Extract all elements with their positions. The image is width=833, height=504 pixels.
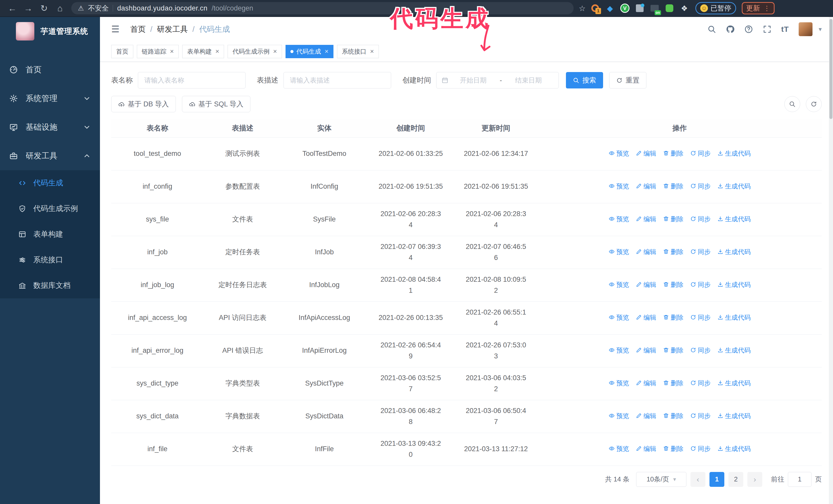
sidebar-item-系统管理[interactable]: 系统管理 [0, 84, 100, 113]
github-icon[interactable] [726, 25, 735, 33]
start-date-placeholder[interactable]: 开始日期 [448, 76, 498, 85]
page-size-select[interactable]: 10条/页 ▾ [636, 472, 686, 487]
sidebar-item-代码生成[interactable]: 代码生成 [0, 170, 100, 196]
action-编辑[interactable]: 编辑 [636, 247, 657, 257]
search-icon[interactable] [708, 25, 716, 33]
scrollbar-thumb[interactable] [829, 19, 832, 119]
update-button[interactable]: 更新 ⋮ [742, 2, 775, 14]
action-预览[interactable]: 预览 [609, 247, 629, 257]
table-desc-input[interactable] [284, 72, 391, 89]
action-生成代码[interactable]: 生成代码 [717, 345, 751, 355]
action-预览[interactable]: 预览 [609, 443, 629, 454]
extension-puzzle-icon[interactable]: ❖ [680, 3, 689, 13]
extension-grid-icon[interactable] [635, 3, 645, 13]
action-生成代码[interactable]: 生成代码 [717, 378, 751, 388]
sidebar-item-基础设施[interactable]: 基础设施 [0, 113, 100, 142]
action-同步[interactable]: 同步 [690, 345, 711, 355]
action-删除[interactable]: 删除 [663, 247, 684, 257]
action-同步[interactable]: 同步 [690, 411, 711, 421]
reset-button[interactable]: 重置 [609, 72, 646, 89]
action-编辑[interactable]: 编辑 [636, 443, 657, 454]
fullscreen-icon[interactable] [763, 25, 771, 33]
action-编辑[interactable]: 编辑 [636, 345, 657, 355]
action-生成代码[interactable]: 生成代码 [717, 411, 751, 421]
tab-代码生成示例[interactable]: 代码生成示例× [228, 45, 282, 58]
tab-链路追踪[interactable]: 链路追踪× [137, 45, 178, 58]
action-预览[interactable]: 预览 [609, 181, 629, 191]
toggle-search-button[interactable] [784, 96, 800, 112]
page-1[interactable]: 1 [710, 472, 724, 487]
page-2[interactable]: 2 [729, 472, 743, 487]
end-date-placeholder[interactable]: 结束日期 [503, 76, 553, 85]
close-icon[interactable]: × [273, 47, 277, 55]
action-编辑[interactable]: 编辑 [636, 312, 657, 322]
action-删除[interactable]: 删除 [663, 148, 684, 159]
kebab-menu-icon[interactable]: ⋮ [764, 4, 770, 12]
prev-page-button[interactable]: ‹ [690, 472, 705, 487]
action-生成代码[interactable]: 生成代码 [717, 181, 751, 191]
action-编辑[interactable]: 编辑 [636, 181, 657, 191]
action-预览[interactable]: 预览 [609, 345, 629, 355]
goto-page-input[interactable] [788, 472, 811, 487]
tab-代码生成[interactable]: 代码生成× [286, 45, 333, 58]
sidebar-item-表单构建[interactable]: 表单构建 [0, 221, 100, 247]
sidebar-fold-icon[interactable]: ☰ [111, 24, 119, 34]
tab-系统接口[interactable]: 系统接口× [337, 45, 379, 58]
caret-down-icon[interactable]: ▾ [819, 26, 822, 33]
logo[interactable]: 芋道管理系统 [0, 17, 100, 46]
extension-green-v-icon[interactable]: V [620, 3, 630, 13]
action-编辑[interactable]: 编辑 [636, 378, 657, 388]
close-icon[interactable]: × [370, 47, 374, 55]
action-生成代码[interactable]: 生成代码 [717, 148, 751, 159]
import-sql-button[interactable]: 基于 SQL 导入 [182, 96, 251, 112]
breadcrumb-item[interactable]: 研发工具 [157, 24, 188, 34]
sidebar-item-数据库文档[interactable]: 数据库文档 [0, 273, 100, 298]
action-编辑[interactable]: 编辑 [636, 280, 657, 290]
browser-home-icon[interactable]: ⌂ [53, 2, 67, 15]
paused-button[interactable]: ☺ 已暂停 [695, 2, 736, 14]
browser-back-icon[interactable]: ← [6, 2, 19, 15]
action-生成代码[interactable]: 生成代码 [717, 312, 751, 322]
action-删除[interactable]: 删除 [663, 443, 684, 454]
search-button[interactable]: 搜索 [566, 72, 603, 89]
action-删除[interactable]: 删除 [663, 378, 684, 388]
scrollbar[interactable] [829, 17, 833, 504]
action-预览[interactable]: 预览 [609, 280, 629, 290]
action-删除[interactable]: 删除 [663, 181, 684, 191]
action-同步[interactable]: 同步 [690, 443, 711, 454]
action-同步[interactable]: 同步 [690, 378, 711, 388]
action-同步[interactable]: 同步 [690, 181, 711, 191]
action-删除[interactable]: 删除 [663, 411, 684, 421]
extension-gem-icon[interactable]: ◆ [605, 3, 615, 13]
browser-forward-icon[interactable]: → [22, 2, 35, 15]
action-删除[interactable]: 删除 [663, 312, 684, 322]
action-同步[interactable]: 同步 [690, 148, 711, 159]
action-预览[interactable]: 预览 [609, 312, 629, 322]
extension-android-icon[interactable] [665, 3, 674, 13]
action-同步[interactable]: 同步 [690, 214, 711, 224]
tab-首页[interactable]: 首页 [111, 45, 133, 58]
action-预览[interactable]: 预览 [609, 411, 629, 421]
action-编辑[interactable]: 编辑 [636, 148, 657, 159]
action-生成代码[interactable]: 生成代码 [717, 214, 751, 224]
action-生成代码[interactable]: 生成代码 [717, 247, 751, 257]
action-预览[interactable]: 预览 [609, 148, 629, 159]
extension-orange-ring-icon[interactable]: 1 [590, 3, 600, 13]
close-icon[interactable]: × [325, 47, 329, 55]
tab-表单构建[interactable]: 表单构建× [182, 45, 224, 58]
action-删除[interactable]: 删除 [663, 345, 684, 355]
action-生成代码[interactable]: 生成代码 [717, 280, 751, 290]
next-page-button[interactable]: › [747, 472, 762, 487]
sidebar-item-系统接口[interactable]: 系统接口 [0, 247, 100, 273]
action-同步[interactable]: 同步 [690, 312, 711, 322]
action-删除[interactable]: 删除 [663, 280, 684, 290]
action-预览[interactable]: 预览 [609, 214, 629, 224]
font-size-icon[interactable]: tT [781, 25, 789, 33]
browser-reload-icon[interactable]: ↻ [38, 2, 51, 15]
import-db-button[interactable]: 基于 DB 导入 [111, 96, 176, 112]
date-range-picker[interactable]: 开始日期 - 结束日期 [436, 72, 559, 89]
refresh-table-button[interactable] [806, 96, 822, 112]
breadcrumb-item[interactable]: 首页 [130, 24, 146, 34]
action-同步[interactable]: 同步 [690, 280, 711, 290]
avatar[interactable] [799, 22, 812, 36]
